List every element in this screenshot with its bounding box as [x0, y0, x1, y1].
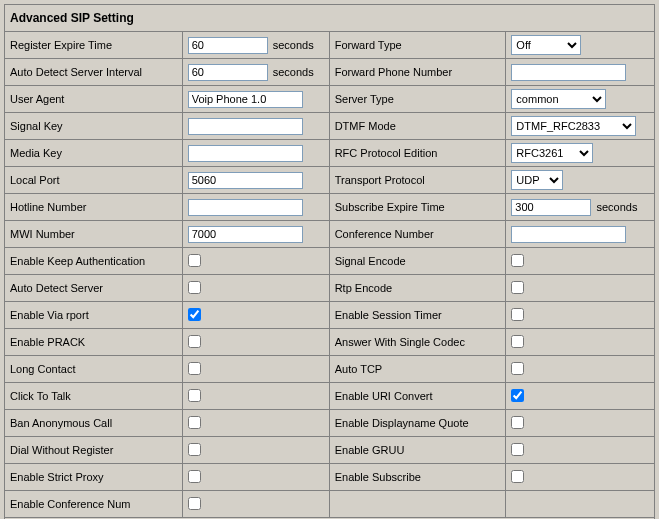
- transport-protocol-label: Transport Protocol: [329, 167, 506, 194]
- forward-phone-number-input[interactable]: [511, 64, 626, 81]
- server-type-label: Server Type: [329, 86, 506, 113]
- rtp-encode-checkbox[interactable]: [511, 281, 524, 294]
- hotline-number-label: Hotline Number: [5, 194, 183, 221]
- enable-strict-proxy-label: Enable Strict Proxy: [5, 464, 183, 491]
- enable-displayname-quote-checkbox[interactable]: [511, 416, 524, 429]
- signal-key-input[interactable]: [188, 118, 303, 135]
- server-type-select[interactable]: common: [511, 89, 606, 109]
- seconds-unit: seconds: [596, 201, 637, 213]
- transport-protocol-select[interactable]: UDP: [511, 170, 563, 190]
- seconds-unit: seconds: [273, 66, 314, 78]
- section-header: Advanced SIP Setting: [5, 5, 655, 32]
- conference-number-label: Conference Number: [329, 221, 506, 248]
- advanced-sip-setting-table: Advanced SIP Setting Register Expire Tim…: [4, 4, 655, 519]
- enable-strict-proxy-checkbox[interactable]: [188, 470, 201, 483]
- click-to-talk-checkbox[interactable]: [188, 389, 201, 402]
- enable-conference-num-checkbox[interactable]: [188, 497, 201, 510]
- hotline-number-input[interactable]: [188, 199, 303, 216]
- signal-encode-label: Signal Encode: [329, 248, 506, 275]
- enable-keep-auth-checkbox[interactable]: [188, 254, 201, 267]
- answer-single-codec-label: Answer With Single Codec: [329, 329, 506, 356]
- auto-detect-server-label: Auto Detect Server: [5, 275, 183, 302]
- conference-number-input[interactable]: [511, 226, 626, 243]
- enable-uri-convert-checkbox[interactable]: [511, 389, 524, 402]
- enable-subscribe-label: Enable Subscribe: [329, 464, 506, 491]
- auto-detect-interval-input[interactable]: [188, 64, 268, 81]
- media-key-input[interactable]: [188, 145, 303, 162]
- seconds-unit: seconds: [273, 39, 314, 51]
- answer-single-codec-checkbox[interactable]: [511, 335, 524, 348]
- rfc-protocol-edition-select[interactable]: RFC3261: [511, 143, 593, 163]
- register-expire-time-label: Register Expire Time: [5, 32, 183, 59]
- enable-prack-checkbox[interactable]: [188, 335, 201, 348]
- enable-displayname-quote-label: Enable Displayname Quote: [329, 410, 506, 437]
- ban-anonymous-label: Ban Anonymous Call: [5, 410, 183, 437]
- enable-conference-num-label: Enable Conference Num: [5, 491, 183, 518]
- dtmf-mode-select[interactable]: DTMF_RFC2833: [511, 116, 636, 136]
- dial-without-register-checkbox[interactable]: [188, 443, 201, 456]
- enable-session-timer-label: Enable Session Timer: [329, 302, 506, 329]
- dial-without-register-label: Dial Without Register: [5, 437, 183, 464]
- enable-gruu-label: Enable GRUU: [329, 437, 506, 464]
- auto-tcp-label: Auto TCP: [329, 356, 506, 383]
- enable-subscribe-checkbox[interactable]: [511, 470, 524, 483]
- mwi-number-input[interactable]: [188, 226, 303, 243]
- rtp-encode-label: Rtp Encode: [329, 275, 506, 302]
- user-agent-label: User Agent: [5, 86, 183, 113]
- rfc-protocol-edition-label: RFC Protocol Edition: [329, 140, 506, 167]
- ban-anonymous-checkbox[interactable]: [188, 416, 201, 429]
- enable-uri-convert-label: Enable URI Convert: [329, 383, 506, 410]
- enable-via-rport-label: Enable Via rport: [5, 302, 183, 329]
- auto-detect-server-checkbox[interactable]: [188, 281, 201, 294]
- long-contact-checkbox[interactable]: [188, 362, 201, 375]
- auto-detect-interval-label: Auto Detect Server Interval: [5, 59, 183, 86]
- mwi-number-label: MWI Number: [5, 221, 183, 248]
- subscribe-expire-time-input[interactable]: [511, 199, 591, 216]
- local-port-input[interactable]: [188, 172, 303, 189]
- media-key-label: Media Key: [5, 140, 183, 167]
- enable-via-rport-checkbox[interactable]: [188, 308, 201, 321]
- long-contact-label: Long Contact: [5, 356, 183, 383]
- forward-phone-number-label: Forward Phone Number: [329, 59, 506, 86]
- click-to-talk-label: Click To Talk: [5, 383, 183, 410]
- enable-session-timer-checkbox[interactable]: [511, 308, 524, 321]
- signal-key-label: Signal Key: [5, 113, 183, 140]
- enable-keep-auth-label: Enable Keep Authentication: [5, 248, 183, 275]
- dtmf-mode-label: DTMF Mode: [329, 113, 506, 140]
- forward-type-select[interactable]: Off: [511, 35, 581, 55]
- register-expire-time-input[interactable]: [188, 37, 268, 54]
- forward-type-label: Forward Type: [329, 32, 506, 59]
- user-agent-input[interactable]: [188, 91, 303, 108]
- enable-gruu-checkbox[interactable]: [511, 443, 524, 456]
- local-port-label: Local Port: [5, 167, 183, 194]
- auto-tcp-checkbox[interactable]: [511, 362, 524, 375]
- enable-prack-label: Enable PRACK: [5, 329, 183, 356]
- subscribe-expire-time-label: Subscribe Expire Time: [329, 194, 506, 221]
- signal-encode-checkbox[interactable]: [511, 254, 524, 267]
